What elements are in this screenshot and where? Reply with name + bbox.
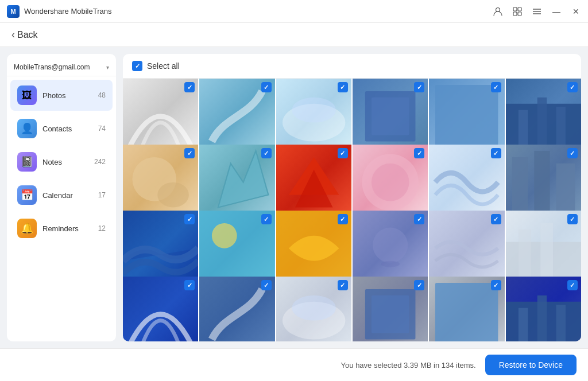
photo-cell[interactable]: Glass gradient.jpg [199, 211, 274, 286]
svg-point-18 [157, 182, 189, 208]
photo-cell[interactable]: Water drop wave.jpg [353, 211, 428, 286]
main-content: MobileTrans@gmail.com ▾ 🖼 Photos 48 👤 Co… [0, 47, 588, 348]
photo-cell[interactable]: summer.jpg [429, 79, 504, 154]
footer: You have selected 3.39 MB in 134 items. … [0, 348, 588, 381]
nav-bar: ‹ Back [0, 23, 588, 47]
photo-checkbox[interactable] [261, 82, 272, 92]
photo-checkbox[interactable] [338, 148, 348, 158]
photo-checkbox[interactable] [567, 82, 578, 92]
photo-cell[interactable]: Staircase room.jpg [199, 79, 274, 154]
photo-header: Select all [123, 54, 581, 79]
account-selector[interactable]: MobileTrans@gmail.com ▾ [7, 59, 116, 76]
photo-cell[interactable]: Sea wave.jpg [123, 211, 198, 286]
svg-point-28 [212, 223, 237, 248]
photo-cell[interactable]: Red Bridge.jpg [276, 145, 351, 220]
sidebar-notes-label: Notes [42, 158, 88, 166]
back-button[interactable]: ‹ Back [11, 29, 38, 41]
photo-checkbox[interactable] [184, 82, 195, 92]
sidebar-reminders-label: Reminders [42, 224, 92, 233]
layout-button[interactable] [512, 6, 523, 17]
account-email: MobileTrans@gmail.com [14, 63, 90, 71]
sidebar-photos-count: 48 [98, 91, 106, 99]
svg-rect-43 [556, 305, 565, 341]
photo-checkbox[interactable] [261, 214, 272, 224]
photo-cell[interactable]: Residence.jpg [199, 145, 274, 220]
profile-button[interactable] [493, 6, 503, 17]
photo-checkbox[interactable] [261, 280, 272, 290]
photo-cell[interactable] [123, 277, 198, 341]
photo-checkbox[interactable] [414, 148, 424, 158]
selection-status: You have selected 3.39 MB in 134 items. [341, 361, 476, 370]
notes-icon: 📓 [17, 152, 37, 172]
photo-checkbox[interactable] [414, 280, 424, 290]
svg-rect-1 [513, 7, 517, 11]
sidebar: MobileTrans@gmail.com ▾ 🖼 Photos 48 👤 Co… [7, 54, 116, 341]
photo-checkbox[interactable] [491, 214, 501, 224]
photo-checkbox[interactable] [184, 148, 195, 158]
close-button[interactable]: ✕ [571, 6, 581, 17]
photo-checkbox[interactable] [491, 82, 501, 92]
photo-checkbox[interactable] [567, 280, 578, 290]
sidebar-item-calendar[interactable]: 📅 Calendar 17 [10, 180, 113, 211]
photo-cell[interactable] [506, 277, 581, 341]
photo-cell[interactable] [199, 277, 274, 341]
sidebar-item-notes[interactable]: 📓 Notes 242 [10, 146, 113, 177]
title-bar-left: M Wondershare MobileTrans [7, 5, 111, 18]
photo-cell[interactable] [353, 277, 428, 341]
menu-button[interactable] [532, 6, 542, 17]
photo-checkbox[interactable] [184, 214, 195, 224]
title-bar: M Wondershare MobileTrans — ✕ [0, 0, 588, 23]
sidebar-reminders-count: 12 [98, 224, 106, 232]
photo-cell[interactable]: Skyscraper.jpg [506, 145, 581, 220]
app-icon: M [7, 5, 20, 18]
photo-checkbox[interactable] [184, 280, 195, 290]
sidebar-calendar-count: 17 [98, 191, 106, 199]
select-all-label: Select all [147, 61, 180, 71]
photo-cell[interactable]: White gradient.jpg [429, 145, 504, 220]
photo-cell[interactable]: Circular arcade.jpg [123, 79, 198, 154]
photo-cell[interactable]: Pink gradient.jpg [353, 145, 428, 220]
photo-cell[interactable] [429, 277, 504, 341]
sidebar-photos-label: Photos [42, 91, 92, 100]
photos-icon: 🖼 [17, 85, 37, 105]
photo-cell[interactable]: large building.jpg [506, 79, 581, 154]
svg-point-23 [372, 164, 409, 201]
sidebar-contacts-label: Contacts [42, 125, 92, 133]
photo-checkbox[interactable] [338, 82, 348, 92]
svg-rect-3 [513, 12, 517, 15]
photo-checkbox[interactable] [491, 148, 501, 158]
photo-checkbox[interactable] [261, 148, 272, 158]
photo-cell[interactable]: Evening sky.jpg [353, 79, 428, 154]
photo-checkbox[interactable] [414, 214, 424, 224]
photo-checkbox[interactable] [338, 214, 348, 224]
sidebar-calendar-label: Calendar [42, 191, 92, 200]
sidebar-notes-count: 242 [94, 158, 106, 166]
photo-checkbox[interactable] [567, 214, 578, 224]
account-chevron-icon: ▾ [106, 64, 109, 71]
photo-grid: Circular arcade.jpgStaircase room.jpgFlu… [123, 79, 581, 341]
svg-rect-39 [435, 283, 498, 341]
sidebar-item-photos[interactable]: 🖼 Photos 48 [10, 80, 113, 111]
svg-rect-12 [435, 85, 498, 147]
select-all-checkbox[interactable] [132, 61, 142, 71]
sidebar-item-reminders[interactable]: 🔔 Reminders 12 [10, 213, 113, 244]
photo-cell[interactable]: Fluid gradient.jpg [276, 79, 351, 154]
svg-rect-38 [372, 296, 409, 333]
svg-rect-41 [519, 308, 528, 341]
restore-to-device-button[interactable]: Restore to Device [485, 355, 577, 375]
sidebar-item-contacts[interactable]: 👤 Contacts 74 [10, 113, 113, 144]
photo-cell[interactable]: White building.jpg [506, 211, 581, 286]
photo-cell[interactable]: Gradual weakness.jpg [429, 211, 504, 286]
photo-checkbox[interactable] [567, 148, 578, 158]
svg-rect-4 [518, 12, 521, 15]
back-arrow-icon: ‹ [11, 29, 15, 41]
photo-cell[interactable]: Orange gradient.jpg [276, 211, 351, 286]
photo-checkbox[interactable] [338, 280, 348, 290]
svg-point-30 [373, 228, 408, 263]
photo-cell[interactable] [276, 277, 351, 341]
photo-checkbox[interactable] [414, 82, 424, 92]
minimize-button[interactable]: — [551, 6, 562, 17]
photo-cell[interactable]: IMG_20200224.jpg [123, 145, 198, 220]
svg-rect-2 [518, 7, 521, 11]
photo-checkbox[interactable] [491, 280, 501, 290]
